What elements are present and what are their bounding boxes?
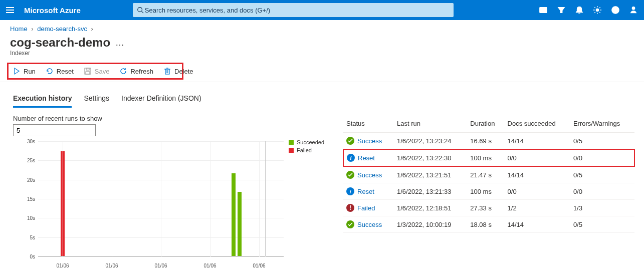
svg-rect-2 xyxy=(540,8,547,13)
cell-duration: 100 ms xyxy=(467,183,504,200)
cell-duration: 18.08 s xyxy=(467,216,504,233)
success-icon xyxy=(346,220,354,228)
page-title: cog-search-demo xyxy=(10,36,110,50)
cell-errors: 0/0 xyxy=(570,149,634,166)
col-last-run[interactable]: Last run xyxy=(394,115,467,133)
brand-title: Microsoft Azure xyxy=(24,6,81,15)
save-icon xyxy=(84,67,92,75)
table-row[interactable]: iReset1/6/2022, 13:21:33100 ms0/00/0 xyxy=(343,183,634,200)
reset-icon xyxy=(46,67,54,75)
table-row[interactable]: !Failed1/6/2022, 12:18:5127.33 s1/21/3 xyxy=(343,200,634,216)
cell-errors: 0/5 xyxy=(570,133,634,150)
svg-rect-14 xyxy=(165,69,169,74)
status-link[interactable]: Failed xyxy=(357,204,375,212)
status-link[interactable]: Success xyxy=(357,171,382,179)
success-icon xyxy=(346,171,354,179)
cell-docs: 0/0 xyxy=(505,149,570,166)
svg-rect-12 xyxy=(86,68,89,70)
chevron-right-icon: › xyxy=(89,25,95,33)
runs-bar-chart[interactable]: 0s5s10s15s20s25s30s01/0601/0601/0601/060… xyxy=(13,138,284,268)
execution-chart-panel: Number of recent runs to show 0s5s10s15s… xyxy=(13,115,339,268)
bar-succeeded[interactable] xyxy=(238,192,242,256)
status-link[interactable]: Success xyxy=(357,137,382,145)
save-button: Save xyxy=(84,67,110,75)
x-tick: 01/06 xyxy=(105,263,118,268)
table-row[interactable]: iReset1/6/2022, 13:22:30100 ms0/00/0 xyxy=(343,149,634,166)
hamburger-menu-icon[interactable] xyxy=(6,7,14,13)
cell-duration: 27.33 s xyxy=(467,200,504,216)
reset-label: Reset xyxy=(57,68,74,75)
page-subtitle: Indexer xyxy=(0,50,644,61)
y-tick: 5s xyxy=(13,234,35,240)
runs-table: Status Last run Duration Docs succeeded … xyxy=(343,115,635,233)
breadcrumb-home[interactable]: Home xyxy=(10,25,28,33)
notifications-icon[interactable] xyxy=(575,6,584,15)
legend-swatch-success xyxy=(289,140,294,145)
refresh-icon xyxy=(119,67,127,75)
num-runs-input[interactable] xyxy=(13,124,96,136)
status-link[interactable]: Success xyxy=(357,221,382,228)
global-search[interactable] xyxy=(133,3,454,17)
col-errors[interactable]: Errors/Warnings xyxy=(570,115,634,133)
breadcrumb-svc[interactable]: demo-search-svc xyxy=(37,25,87,33)
status-link[interactable]: Reset xyxy=(358,154,375,162)
cell-last-run: 1/6/2022, 13:21:51 xyxy=(394,166,467,183)
topbar-icons xyxy=(539,6,638,15)
col-duration[interactable]: Duration xyxy=(467,115,504,133)
feedback-icon[interactable] xyxy=(629,6,638,15)
table-row[interactable]: Success1/3/2022, 10:00:1918.08 s14/140/5 xyxy=(343,216,634,233)
search-input[interactable] xyxy=(144,6,450,15)
tab-settings[interactable]: Settings xyxy=(84,94,109,108)
tab-execution-history[interactable]: Execution history xyxy=(13,94,72,108)
cell-docs: 14/14 xyxy=(505,216,570,233)
cell-errors: 0/5 xyxy=(570,216,634,233)
cell-docs: 1/2 xyxy=(505,200,570,216)
cell-docs: 14/14 xyxy=(505,166,570,183)
x-tick: 01/06 xyxy=(253,263,265,268)
cell-duration: 21.47 s xyxy=(467,166,504,183)
svg-marker-4 xyxy=(558,8,565,13)
y-tick: 15s xyxy=(13,196,35,202)
cell-errors: 0/5 xyxy=(570,166,634,183)
refresh-button[interactable]: Refresh xyxy=(119,67,153,75)
tabs: Execution history Settings Indexer Defin… xyxy=(0,82,644,108)
cell-last-run: 1/6/2022, 13:23:24 xyxy=(394,133,467,150)
bar-succeeded[interactable] xyxy=(232,173,236,256)
svg-rect-13 xyxy=(86,72,90,74)
page-heading: cog-search-demo … xyxy=(0,36,644,50)
tab-indexer-json[interactable]: Indexer Definition (JSON) xyxy=(121,94,201,108)
cell-last-run: 1/6/2022, 12:18:51 xyxy=(394,200,467,216)
col-docs[interactable]: Docs succeeded xyxy=(505,115,570,133)
table-row[interactable]: Success1/6/2022, 13:23:2416.69 s14/140/5 xyxy=(343,133,634,150)
filter-icon[interactable] xyxy=(557,6,566,15)
cloud-shell-icon[interactable] xyxy=(539,6,548,15)
status-link[interactable]: Reset xyxy=(357,188,374,195)
command-bar: Run Reset Save Refresh Delete xyxy=(7,63,183,80)
cell-duration: 100 ms xyxy=(467,149,504,166)
legend-failed: Failed xyxy=(297,147,312,153)
run-label: Run xyxy=(24,68,36,75)
cell-last-run: 1/6/2022, 13:22:30 xyxy=(394,149,467,166)
cell-duration: 16.69 s xyxy=(467,133,504,150)
error-icon: ! xyxy=(346,204,354,212)
y-tick: 20s xyxy=(13,177,35,182)
svg-point-9 xyxy=(632,7,634,10)
runs-table-panel: Status Last run Duration Docs succeeded … xyxy=(343,115,635,268)
settings-gear-icon[interactable] xyxy=(593,6,602,15)
col-status[interactable]: Status xyxy=(343,115,394,133)
y-tick: 30s xyxy=(13,139,35,144)
y-tick: 0s xyxy=(13,254,35,259)
table-row[interactable]: Success1/6/2022, 13:21:5121.47 s14/140/5 xyxy=(343,166,634,183)
info-icon: i xyxy=(346,187,354,195)
reset-button[interactable]: Reset xyxy=(46,67,74,75)
cell-docs: 0/0 xyxy=(505,183,570,200)
run-button[interactable]: Run xyxy=(13,67,36,75)
y-tick: 25s xyxy=(13,158,35,163)
svg-point-6 xyxy=(596,9,598,11)
more-actions-icon[interactable]: … xyxy=(115,38,125,48)
delete-button[interactable]: Delete xyxy=(163,67,193,75)
breadcrumb: Home › demo-search-svc › xyxy=(0,20,644,36)
info-icon: i xyxy=(347,154,355,162)
help-icon[interactable] xyxy=(611,6,620,15)
success-icon xyxy=(346,137,354,145)
